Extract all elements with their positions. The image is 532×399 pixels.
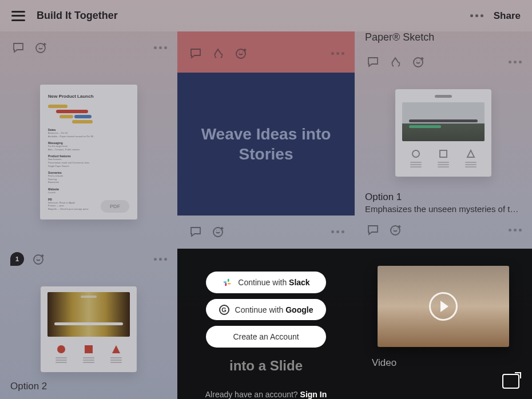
clap-icon[interactable] (211, 45, 227, 61)
svg-rect-12 (228, 283, 231, 285)
slack-icon (222, 277, 232, 288)
svg-rect-13 (225, 283, 227, 286)
svg-point-4 (236, 49, 245, 58)
svg-rect-10 (224, 281, 227, 283)
reaction-add-icon[interactable] (33, 39, 49, 55)
hero-text: Weave Ideas into Stories (191, 124, 341, 164)
card-more-icon[interactable] (331, 52, 344, 55)
comment-icon[interactable] (188, 224, 204, 240)
header: Build It Together Share (0, 0, 532, 31)
menu-icon[interactable] (11, 11, 25, 21)
reaction-add-icon[interactable] (211, 224, 227, 240)
video-card[interactable] (378, 266, 509, 347)
sign-in-link[interactable]: Sign In (300, 390, 327, 399)
clap-icon[interactable] (388, 54, 404, 70)
reaction-add-icon[interactable] (411, 54, 427, 70)
more-icon[interactable] (470, 14, 483, 17)
reaction-add-icon[interactable] (233, 45, 249, 61)
svg-point-6 (414, 58, 423, 67)
create-account-button[interactable]: Create an Account (206, 326, 326, 348)
comment-icon[interactable] (365, 222, 381, 238)
svg-rect-11 (228, 279, 229, 282)
option2-title: Option 2 (10, 381, 47, 392)
page-title: Build It Together (37, 10, 118, 22)
shape-toolbar (402, 149, 485, 169)
video-label: Video (372, 357, 515, 369)
play-icon[interactable] (429, 292, 458, 321)
document-card[interactable]: New Product Launch DatesAnnounce – Oct 2… (40, 85, 137, 220)
svg-point-7 (412, 150, 419, 157)
doc-title: New Product Launch (48, 94, 129, 99)
continue-slack-button[interactable]: Continue with Slack (206, 272, 326, 293)
card-more-icon[interactable] (154, 258, 167, 261)
comment-icon[interactable] (10, 39, 26, 55)
auth-panel: Continue with Slack G Continue with Goog… (177, 249, 532, 399)
option1-title: Option 1 (365, 191, 522, 203)
comment-icon[interactable] (365, 54, 381, 70)
signin-row: Already have an account? Sign In (205, 390, 327, 399)
paper-sketch-label: Paper® Sketch (355, 31, 532, 46)
svg-rect-3 (85, 345, 93, 353)
sketch-card[interactable] (395, 89, 491, 177)
comment-icon[interactable] (188, 45, 204, 61)
hero-card[interactable]: Weave Ideas into Stories (177, 73, 355, 216)
hero-top-bar (177, 31, 355, 73)
card-more-icon[interactable] (154, 46, 167, 49)
expand-icon[interactable] (502, 374, 519, 389)
share-button[interactable]: Share (494, 10, 521, 22)
svg-point-2 (57, 345, 65, 353)
slide-text: into a Slide (229, 358, 303, 374)
continue-google-button[interactable]: G Continue with Google (206, 299, 326, 321)
card-more-icon[interactable] (509, 61, 522, 63)
comment-count-badge[interactable]: 1 (10, 252, 24, 266)
gantt-chart (48, 105, 129, 123)
reaction-add-icon[interactable] (31, 251, 47, 267)
svg-rect-8 (440, 150, 447, 157)
google-icon: G (219, 305, 229, 315)
option1-subtitle: Emphasizes the unseen mysteries of t… (365, 204, 522, 214)
pdf-badge: PDF (101, 200, 129, 213)
sketch-card[interactable] (41, 286, 137, 372)
card-more-icon[interactable] (509, 229, 522, 232)
reaction-add-icon[interactable] (388, 222, 404, 238)
svg-point-0 (36, 43, 45, 53)
shape-toolbar (47, 345, 130, 364)
card-more-icon[interactable] (331, 230, 344, 233)
